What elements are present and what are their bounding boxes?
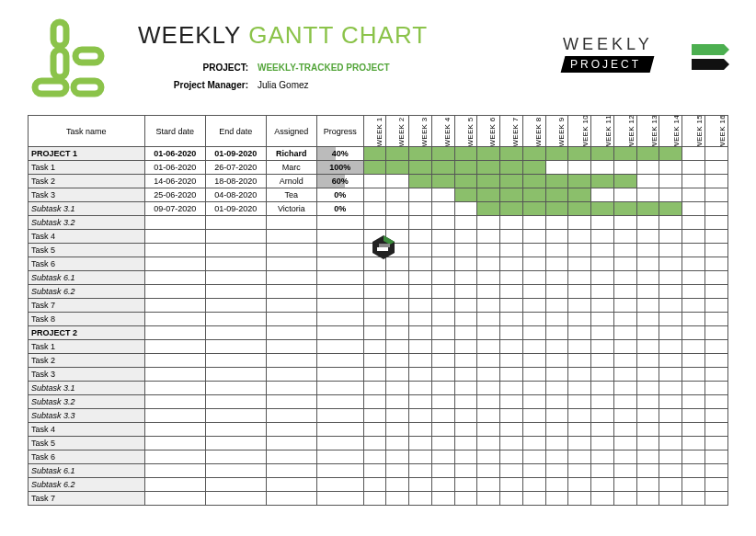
week-cell[interactable] [522, 188, 545, 202]
week-cell[interactable] [659, 464, 682, 478]
week-cell[interactable] [431, 340, 454, 354]
week-cell[interactable] [568, 368, 591, 382]
week-cell[interactable] [568, 175, 591, 188]
week-cell[interactable] [636, 271, 659, 285]
week-cell[interactable] [431, 478, 454, 492]
week-cell[interactable] [454, 161, 477, 175]
week-cell[interactable] [386, 175, 409, 188]
week-cell[interactable] [613, 313, 636, 326]
week-cell[interactable] [705, 395, 728, 409]
week-cell[interactable] [545, 478, 568, 492]
week-cell[interactable] [500, 382, 523, 395]
week-cell[interactable] [636, 478, 659, 492]
week-cell[interactable] [500, 216, 523, 230]
start-cell[interactable] [144, 340, 205, 354]
assigned-cell[interactable]: Richard [266, 147, 316, 161]
week-cell[interactable] [500, 313, 523, 326]
week-cell[interactable] [591, 271, 614, 285]
week-cell[interactable] [568, 285, 591, 299]
week-cell[interactable] [363, 161, 386, 175]
progress-cell[interactable] [316, 423, 363, 437]
week-cell[interactable] [613, 492, 636, 506]
week-cell[interactable] [522, 175, 545, 188]
week-cell[interactable] [477, 423, 500, 437]
week-cell[interactable] [659, 271, 682, 285]
week-cell[interactable] [591, 216, 614, 230]
week-cell[interactable] [682, 230, 705, 244]
task-name-cell[interactable]: Task 7 [29, 492, 145, 506]
week-cell[interactable] [591, 464, 614, 478]
end-cell[interactable] [205, 313, 266, 326]
week-cell[interactable] [613, 257, 636, 271]
week-cell[interactable] [454, 285, 477, 299]
progress-cell[interactable]: 40% [316, 147, 363, 161]
end-cell[interactable] [205, 492, 266, 506]
week-cell[interactable] [568, 423, 591, 437]
week-cell[interactable] [363, 326, 386, 340]
week-cell[interactable] [682, 244, 705, 257]
week-cell[interactable] [431, 423, 454, 437]
week-cell[interactable] [386, 216, 409, 230]
week-cell[interactable] [591, 147, 614, 161]
week-cell[interactable] [659, 423, 682, 437]
week-cell[interactable] [613, 450, 636, 464]
week-cell[interactable] [545, 285, 568, 299]
week-cell[interactable] [636, 340, 659, 354]
week-cell[interactable] [545, 409, 568, 423]
week-cell[interactable] [409, 230, 432, 244]
week-cell[interactable] [682, 492, 705, 506]
week-cell[interactable] [636, 395, 659, 409]
week-cell[interactable] [636, 423, 659, 437]
week-cell[interactable] [386, 368, 409, 382]
week-cell[interactable] [613, 437, 636, 450]
week-cell[interactable] [431, 313, 454, 326]
week-cell[interactable] [636, 492, 659, 506]
week-cell[interactable] [545, 257, 568, 271]
task-name-cell[interactable]: PROJECT 2 [29, 326, 145, 340]
week-cell[interactable] [636, 464, 659, 478]
progress-cell[interactable] [316, 382, 363, 395]
task-name-cell[interactable]: Task 4 [29, 423, 145, 437]
week-cell[interactable] [568, 326, 591, 340]
week-cell[interactable] [659, 202, 682, 216]
week-cell[interactable] [386, 147, 409, 161]
week-cell[interactable] [431, 188, 454, 202]
week-cell[interactable] [705, 464, 728, 478]
week-cell[interactable] [431, 216, 454, 230]
week-cell[interactable] [522, 244, 545, 257]
week-cell[interactable] [545, 299, 568, 313]
assigned-cell[interactable] [266, 299, 316, 313]
week-cell[interactable] [477, 230, 500, 244]
week-cell[interactable] [705, 382, 728, 395]
assigned-cell[interactable] [266, 244, 316, 257]
task-name-cell[interactable]: Subtask 6.1 [29, 271, 145, 285]
week-cell[interactable] [522, 216, 545, 230]
week-cell[interactable] [363, 492, 386, 506]
week-cell[interactable] [568, 244, 591, 257]
week-cell[interactable] [522, 409, 545, 423]
week-cell[interactable] [454, 437, 477, 450]
week-cell[interactable] [454, 464, 477, 478]
week-cell[interactable] [591, 437, 614, 450]
week-cell[interactable] [613, 395, 636, 409]
week-cell[interactable] [613, 464, 636, 478]
end-cell[interactable] [205, 450, 266, 464]
week-cell[interactable] [363, 450, 386, 464]
week-cell[interactable] [386, 437, 409, 450]
task-name-cell[interactable]: Task 5 [29, 244, 145, 257]
week-cell[interactable] [454, 147, 477, 161]
week-cell[interactable] [545, 340, 568, 354]
week-cell[interactable] [568, 354, 591, 368]
week-cell[interactable] [568, 382, 591, 395]
end-cell[interactable] [205, 395, 266, 409]
week-cell[interactable] [500, 437, 523, 450]
progress-cell[interactable] [316, 437, 363, 450]
task-name-cell[interactable]: Task 7 [29, 299, 145, 313]
end-cell[interactable] [205, 478, 266, 492]
start-cell[interactable] [144, 244, 205, 257]
task-name-cell[interactable]: Task 1 [29, 340, 145, 354]
week-cell[interactable] [386, 409, 409, 423]
week-cell[interactable] [613, 299, 636, 313]
progress-cell[interactable] [316, 450, 363, 464]
week-cell[interactable] [613, 368, 636, 382]
